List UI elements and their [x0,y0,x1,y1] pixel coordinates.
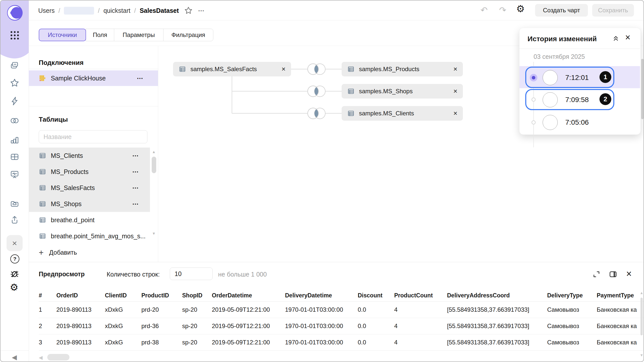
table-more-icon[interactable]: ••• [133,170,139,174]
table-list-scrollbar[interactable]: ▲ ▼ [150,148,158,237]
preview-scroll-left-icon[interactable]: ◀ [39,354,43,360]
history-divider [519,49,640,49]
remove-table-icon[interactable]: × [453,66,457,73]
tab-sources[interactable]: Источники [39,29,86,41]
table-list-item[interactable]: breathe.point_5min_avg_mos_s... [29,228,158,244]
table-list-item[interactable]: MS_Shops ••• [29,196,158,212]
collapse-sidebar-icon[interactable]: ◀ [12,353,17,361]
breadcrumb-separator: / [134,7,136,14]
col-header[interactable]: OrderID [56,290,105,302]
undo-icon[interactable]: ↶ [480,5,488,15]
scrollbar-thumb[interactable] [152,157,156,173]
redo-icon[interactable]: ↷ [499,5,506,15]
col-header[interactable]: Discount [358,290,394,302]
row-count-input[interactable] [170,267,213,280]
save-button[interactable]: Сохранить [592,4,634,17]
col-header[interactable]: PaymentType [597,290,644,302]
history-radio[interactable] [532,98,536,102]
cell: prd-36 [141,318,182,334]
tab-label: Поля [93,31,107,38]
cell: 4 [394,318,447,334]
preview-row: 2 2019-890113 xDxkG prd-36 sp-20 2019-05… [39,318,644,334]
col-header[interactable]: DeliveryDatetime [285,290,358,302]
col-header[interactable]: DeliveryAddressCoord [447,290,547,302]
dataset-settings-gear-icon[interactable]: ⚙ [516,4,525,14]
tab-filtering[interactable]: Фильтрация [163,29,213,41]
report-bug-icon[interactable] [10,269,19,278]
preview-scroll-down-icon[interactable]: ▼ [640,353,643,357]
canvas-node-clients[interactable]: samples.MS_Clients × [342,106,463,121]
table-more-icon[interactable]: ••• [133,202,139,206]
preview-vscroll-thumb[interactable] [640,298,643,335]
connections-divider [29,69,158,69]
add-table-button[interactable]: + Добавить [39,246,77,258]
create-chart-button[interactable]: Создать чарт [535,4,588,17]
storage-cloud-folder-icon[interactable] [10,199,19,208]
history-entry-time[interactable]: 7:05:06 [565,118,589,126]
charts-icon[interactable] [10,135,19,145]
preview-hscroll-thumb[interactable] [47,354,69,360]
table-name: breathe.d_point [51,216,95,224]
connections-bolt-icon[interactable] [10,96,19,106]
breadcrumb-separator: / [98,7,100,14]
tab-fields[interactable]: Поля [86,29,114,41]
table-name: MS_Shops [51,200,82,208]
connection-name: Sample ClickHouse [51,75,106,82]
remove-table-icon[interactable]: × [453,110,457,117]
close-panel-button[interactable]: × [7,235,23,251]
collections-icon[interactable] [10,61,19,70]
export-upload-icon[interactable] [10,215,19,224]
scroll-down-icon[interactable]: ▼ [152,231,156,236]
col-header[interactable]: OrderDatetime [212,290,285,302]
col-header[interactable]: ShopID [182,290,212,302]
col-header[interactable]: ProductCount [394,290,447,302]
scroll-up-icon[interactable]: ▲ [152,150,156,154]
editor-monitor-icon[interactable] [10,170,19,179]
clickhouse-icon [39,74,46,82]
history-entry-time[interactable]: 7:12:01 [565,74,589,82]
preview-layout-icon[interactable] [609,270,617,279]
header-divider [29,20,644,20]
col-header[interactable]: ClientID [105,290,141,302]
tab-parameters[interactable]: Параметры [114,29,164,41]
collapse-panel-icon[interactable] [612,34,620,42]
breadcrumb-masked-segment[interactable] [64,7,94,15]
connection-item-sample-clickhouse[interactable]: Sample ClickHouse ••• [29,70,158,86]
canvas-node-salesfacts[interactable]: samples.MS_SalesFacts × [173,62,291,76]
cell: xDxkG [105,334,141,351]
favorite-star-icon[interactable] [184,6,193,15]
connection-more-icon[interactable]: ••• [137,76,143,80]
more-actions-icon[interactable]: ••• [198,9,205,13]
preview-fullscreen-icon[interactable] [592,270,601,279]
history-entry-time[interactable]: 7:09:58 [565,96,589,104]
close-history-icon[interactable]: × [625,33,630,42]
table-search-input[interactable] [39,130,147,143]
table-list-item[interactable]: MS_SalesFacts ••• [29,180,158,196]
canvas-node-products[interactable]: samples.MS_Products × [342,62,463,76]
settings-gear-icon[interactable]: ⚙ [10,283,18,292]
breadcrumb-quickstart[interactable]: quickstart [103,7,130,14]
datalens-logo[interactable] [7,5,23,21]
preview-close-icon[interactable]: × [626,269,632,279]
table-more-icon[interactable]: ••• [133,154,139,158]
page-scrollbar-thumb[interactable] [641,59,643,119]
remove-table-icon[interactable]: × [453,88,457,95]
col-header[interactable]: # [39,290,56,302]
table-list-item[interactable]: MS_Products ••• [29,164,158,180]
breadcrumb-users[interactable]: Users [38,7,55,14]
table-more-icon[interactable]: ••• [133,186,139,190]
dashboards-grid-icon[interactable] [10,152,19,162]
table-list-item[interactable]: MS_Clients ••• [29,148,158,164]
remove-table-icon[interactable]: × [281,66,286,73]
col-header[interactable]: DeliveryType [547,290,597,302]
canvas-node-shops[interactable]: samples.MS_Shops × [342,84,463,99]
help-icon[interactable]: ? [10,254,19,263]
table-icon [347,87,355,95]
preview-scroll-up-icon[interactable]: ▲ [640,291,643,295]
table-list-item[interactable]: breathe.d_point [29,212,158,228]
history-radio[interactable] [532,120,536,124]
col-header[interactable]: ProductID [141,290,182,302]
favorites-star-icon[interactable] [10,78,19,88]
datasets-venn-icon[interactable] [10,116,19,125]
apps-menu-icon[interactable] [11,31,19,39]
